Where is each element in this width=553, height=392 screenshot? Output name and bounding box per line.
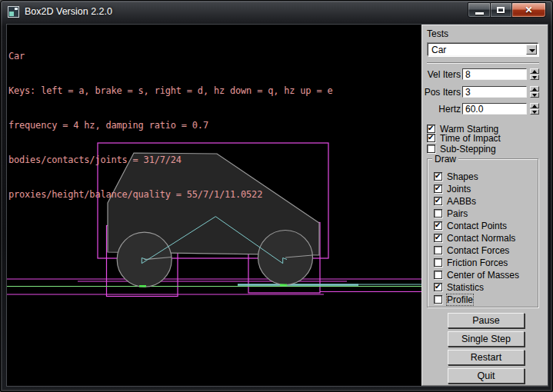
center-of-masses-label: Center of Masses [447,270,519,281]
arrow-down-icon [532,111,537,114]
checkbox-icon [434,271,442,279]
window-title: Box2D Version 2.2.0 [25,6,112,17]
single-step-button[interactable]: Single Step [448,331,525,347]
checkbox-icon [427,125,435,133]
checkbox-icon [434,246,442,254]
sub-stepping-label: Sub-Stepping [440,144,496,154]
right-contact-point [280,284,287,287]
bodies-stats-line: bodies/contacts/joints = 31/7/24 [8,154,332,166]
left-contact-point [139,285,146,287]
arrow-up-icon [532,70,537,73]
pos-iters-label: Pos Iters [422,87,461,98]
proxies-stats-line: proxies/height/balance/quality = 55/7/1/… [8,189,332,201]
hertz-label: Hertz [422,104,461,115]
test-name-line: Car [8,51,332,62]
checkbox-icon [434,283,442,291]
draw-group-title: Draw [432,154,458,164]
spinner-up-button[interactable] [530,68,539,74]
keys-help-line: Keys: left = a, brake = s, right = d, hz… [8,85,332,97]
pos-iters-row: Pos Iters 3 [422,86,548,98]
checkbox-icon [434,234,442,242]
arrow-down-icon [532,94,537,97]
control-panel: Tests Car Vel Iters 8 Pos Iters 3 [421,25,548,386]
maximize-button[interactable] [491,2,512,18]
hertz-input[interactable]: 60.0 [462,103,527,115]
joints-label: Joints [447,184,471,194]
spinner-down-button[interactable] [530,75,539,80]
tests-dropdown-button[interactable] [526,45,537,55]
tests-label: Tests [427,28,448,39]
checkbox-icon [427,145,435,153]
arrow-up-icon [532,88,537,91]
debug-info-text: Car Keys: left = a, brake = s, right = d… [8,28,332,224]
app-window: Box2D Version 2.2.0 ✕ [0,0,553,392]
statistics-label: Statistics [447,282,484,293]
pairs-label: Pairs [447,208,468,219]
vel-iters-input[interactable]: 8 [462,68,527,80]
contact-forces-label: Contact Forces [447,245,509,256]
spinner-down-button[interactable] [530,109,539,115]
hertz-row: Hertz 60.0 [422,103,548,115]
vel-iters-row: Vel Iters 8 [422,68,548,80]
spinner-down-button[interactable] [530,92,539,98]
simulation-canvas[interactable]: Car Keys: left = a, brake = s, right = d… [7,25,421,386]
time-of-impact-label: Time of Impact [440,133,501,144]
restart-button[interactable]: Restart [448,350,525,365]
pos-iters-input[interactable]: 3 [462,86,527,98]
close-icon: ✕ [512,5,545,15]
separator [427,62,539,64]
hertz-spinner [530,103,539,115]
minimize-button[interactable] [468,2,491,18]
caption-buttons: ✕ [468,2,546,18]
checkbox-icon [427,134,435,142]
vel-iters-value: 8 [465,69,471,80]
spinner-up-button[interactable] [530,103,539,108]
chevron-down-icon [529,49,535,52]
client-area: Car Keys: left = a, brake = s, right = d… [7,25,548,386]
title-bar[interactable]: Box2D Version 2.2.0 ✕ [1,1,553,25]
arrow-up-icon [532,105,537,108]
vel-iters-label: Vel Iters [422,69,461,80]
checkbox-icon [434,184,442,193]
quit-button[interactable]: Quit [448,368,525,384]
tests-dropdown[interactable]: Car [428,43,538,56]
contact-points-label: Contact Points [447,221,507,231]
profile-label: Profile [447,294,473,305]
app-icon-highlight [15,8,18,10]
pos-iters-spinner [530,86,539,98]
aabbs-label: AABBs [447,196,476,207]
pause-button[interactable]: Pause [448,313,525,328]
close-button[interactable]: ✕ [512,2,546,18]
friction-forces-label: Friction Forces [447,257,508,268]
checkbox-icon [434,221,442,230]
contact-normals-label: Contact Normals [447,233,515,244]
tests-dropdown-value: Car [431,45,446,55]
checkbox-icon [434,209,442,218]
app-icon-accent [9,12,14,16]
minimize-icon [475,12,484,15]
checkbox-icon [434,258,442,267]
spinner-up-button[interactable] [530,86,539,91]
hertz-value: 60.0 [465,104,483,115]
shapes-label: Shapes [447,171,478,182]
arrow-down-icon [532,76,537,79]
checkbox-icon [434,172,442,181]
vel-iters-spinner [530,68,539,80]
app-icon[interactable] [8,6,19,18]
pos-iters-value: 3 [465,87,471,98]
frequency-line: frequency = 4 hz, damping ratio = 0.7 [8,120,332,131]
checkbox-icon [434,295,442,304]
checkbox-icon [434,197,442,205]
maximize-icon [497,7,505,13]
